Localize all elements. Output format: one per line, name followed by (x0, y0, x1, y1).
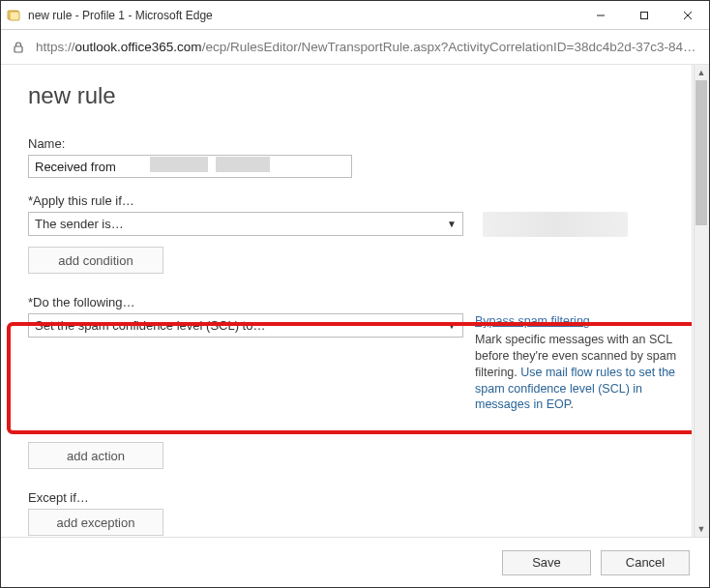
vertical-scrollbar[interactable]: ▲ ▼ (694, 65, 709, 537)
add-exception-button[interactable]: add exception (28, 509, 163, 536)
do-following-label: *Do the following… (28, 295, 701, 309)
except-if-label: Except if… (28, 490, 701, 505)
window-titlebar: new rule - Profile 1 - Microsoft Edge (1, 1, 709, 30)
scroll-down-icon[interactable]: ▼ (694, 521, 709, 537)
lock-icon (11, 40, 26, 55)
window-close-button[interactable] (666, 1, 709, 29)
save-button[interactable]: Save (502, 550, 591, 575)
page-title: new rule (28, 82, 701, 109)
chevron-down-icon: ▼ (447, 219, 457, 229)
name-label: Name: (28, 136, 701, 151)
window-maximize-button[interactable] (622, 1, 666, 29)
add-condition-button[interactable]: add condition (28, 247, 163, 274)
scroll-up-icon[interactable]: ▲ (694, 65, 709, 80)
condition-dropdown[interactable]: The sender is… ▼ (28, 212, 463, 236)
chevron-down-icon: ▼ (447, 320, 457, 331)
address-bar: https://outlook.office365.com/ecp/RulesE… (1, 30, 709, 65)
action-hint: Bypass spam filtering Mark specific mess… (475, 313, 678, 413)
hint-title-link[interactable]: Bypass spam filtering (475, 313, 678, 330)
svg-rect-3 (640, 12, 647, 18)
app-icon (7, 8, 22, 23)
svg-rect-6 (15, 46, 22, 52)
dialog-footer: Save Cancel (1, 537, 709, 587)
cancel-button[interactable]: Cancel (601, 550, 690, 575)
add-action-button[interactable]: add action (28, 442, 163, 469)
url-text[interactable]: https://outlook.office365.com/ecp/RulesE… (36, 40, 699, 54)
scrollbar-thumb[interactable] (695, 80, 707, 225)
condition-value-blurred (483, 212, 628, 237)
window-title: new rule - Profile 1 - Microsoft Edge (28, 9, 578, 22)
window-minimize-button[interactable] (578, 1, 622, 29)
redacted-name (150, 155, 343, 174)
action-dropdown[interactable]: Set the spam confidence level (SCL) to… … (28, 313, 463, 338)
svg-rect-1 (10, 12, 19, 20)
apply-if-label: *Apply this rule if… (28, 193, 701, 208)
page-content: new rule Name: *Apply this rule if… The … (1, 65, 709, 587)
